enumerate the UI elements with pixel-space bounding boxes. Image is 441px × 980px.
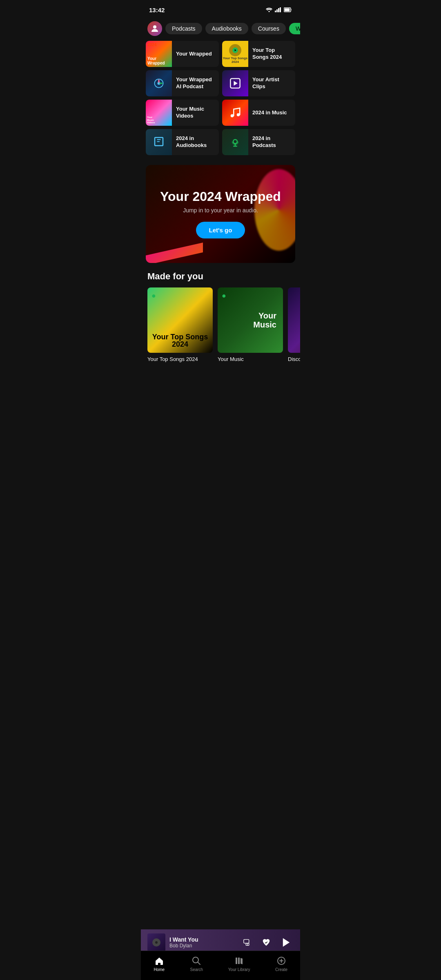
music-playlist-thumb: ● YourMusic xyxy=(218,287,283,353)
play-icon xyxy=(281,937,292,948)
svg-rect-5 xyxy=(285,9,290,11)
grid-item-2024-music[interactable]: 2024 in Music xyxy=(222,100,295,126)
music-videos-thumb: YourMusicVideos xyxy=(146,100,172,126)
playlist-card-third[interactable]: ● Discover Weekly xyxy=(288,287,300,362)
home-icon xyxy=(154,956,164,966)
status-icons xyxy=(266,7,292,12)
nav-create[interactable]: Create xyxy=(269,954,294,973)
svg-rect-2 xyxy=(278,8,279,12)
ai-podcast-thumb xyxy=(146,70,172,96)
svg-marker-23 xyxy=(283,938,290,947)
wifi-icon xyxy=(266,7,272,12)
svg-rect-26 xyxy=(236,958,237,964)
top-songs-thumb: Your Top Songs 2024 xyxy=(222,41,248,67)
status-time: 13:42 xyxy=(149,7,165,13)
tab-audiobooks[interactable]: Audiobooks xyxy=(205,23,248,34)
ai-podcast-icon xyxy=(153,78,165,89)
top-songs-playlist-name: Your Top Songs 2024 xyxy=(147,356,213,362)
svg-rect-20 xyxy=(244,940,249,943)
your-wrapped-label: Your Wrapped xyxy=(176,51,216,58)
library-icon xyxy=(234,956,244,966)
svg-point-13 xyxy=(231,114,234,118)
svg-line-25 xyxy=(198,962,200,965)
library-label: Your Library xyxy=(228,967,250,972)
search-label: Search xyxy=(190,967,203,972)
like-button[interactable] xyxy=(260,936,272,949)
third-playlist-name: Discover Weekly xyxy=(288,356,300,362)
audiobooks-label: 2024 in Audiobooks xyxy=(176,135,216,149)
tab-wrapped[interactable]: Wrapped xyxy=(289,23,300,34)
top-songs-label: Your Top Songs 2024 xyxy=(252,47,292,61)
third-playlist-thumb: ● xyxy=(288,287,300,353)
heart-check-icon xyxy=(262,938,271,947)
podcast-icon xyxy=(229,136,241,148)
devices-icon xyxy=(243,938,252,947)
signal-icon xyxy=(275,7,281,12)
music-note-icon xyxy=(229,107,241,119)
grid-item-music-videos[interactable]: YourMusicVideos Your Music Videos xyxy=(146,100,219,126)
audiobooks-thumb xyxy=(146,129,172,155)
made-for-you-title: Made for you xyxy=(141,271,300,287)
top-songs-playlist-thumb: ● Your Top Songs 2024 xyxy=(147,287,213,353)
create-icon xyxy=(276,956,286,966)
grid-item-artist-clips[interactable]: Your Artist Clips xyxy=(222,70,295,96)
search-icon xyxy=(192,956,201,966)
create-label: Create xyxy=(275,967,287,972)
svg-point-19 xyxy=(155,941,158,944)
now-playing-thumb xyxy=(147,933,165,951)
made-for-you-scroll: ● Your Top Songs 2024 Your Top Songs 202… xyxy=(141,287,300,369)
book-icon xyxy=(153,136,165,148)
status-bar: 13:42 xyxy=(141,0,300,18)
artist-clips-thumb xyxy=(222,70,248,96)
nav-library[interactable]: Your Library xyxy=(222,954,257,973)
album-art-icon xyxy=(151,938,161,947)
user-avatar-tab[interactable] xyxy=(147,21,162,36)
now-playing-artist: Bob Dylan xyxy=(169,943,237,949)
hero-banner: Your 2024 Wrapped Jump in to your year i… xyxy=(146,165,295,263)
svg-rect-27 xyxy=(238,958,240,964)
music-playlist-name: Your Music xyxy=(218,356,283,362)
artist-clips-label: Your Artist Clips xyxy=(252,76,292,90)
podcasts-2024-thumb xyxy=(222,129,248,155)
grid-item-audiobooks[interactable]: 2024 in Audiobooks xyxy=(146,129,219,155)
filter-tabs: Podcasts Audiobooks Courses Wrapped xyxy=(141,18,300,41)
hero-title: Your 2024 Wrapped xyxy=(160,189,281,204)
svg-rect-3 xyxy=(280,7,281,12)
svg-point-6 xyxy=(153,25,156,29)
bottom-nav: Home Search Your Library C xyxy=(141,951,300,980)
play-button[interactable] xyxy=(279,935,294,950)
hero-cta-button[interactable]: Let's go xyxy=(196,222,245,238)
2024-music-label: 2024 in Music xyxy=(252,109,292,116)
grid-item-ai-podcast[interactable]: Your Wrapped AI Podcast xyxy=(146,70,219,96)
nav-home[interactable]: Home xyxy=(147,954,172,973)
grid-item-top-songs[interactable]: Your Top Songs 2024 Your Top Songs 2024 xyxy=(222,41,295,67)
podcasts-2024-label: 2024 in Podcasts xyxy=(252,135,292,149)
now-playing-title: I Want You xyxy=(169,936,237,943)
playlist-card-top-songs[interactable]: ● Your Top Songs 2024 Your Top Songs 202… xyxy=(147,287,213,362)
svg-rect-1 xyxy=(276,9,278,12)
your-wrapped-thumb: 2024 YourWrapped xyxy=(146,41,172,67)
now-playing-info: I Want You Bob Dylan xyxy=(169,936,237,949)
ai-podcast-label: Your Wrapped AI Podcast xyxy=(176,76,216,90)
play-square-icon xyxy=(229,78,241,89)
playlist-card-music[interactable]: ● YourMusic Your Music xyxy=(218,287,283,362)
hero-decoration xyxy=(146,165,295,263)
connect-device-button[interactable] xyxy=(241,936,254,949)
svg-point-14 xyxy=(237,113,240,116)
tab-podcasts[interactable]: Podcasts xyxy=(165,23,202,34)
home-label: Home xyxy=(154,967,165,972)
grid-item-your-wrapped[interactable]: 2024 YourWrapped Your Wrapped xyxy=(146,41,219,67)
tab-courses[interactable]: Courses xyxy=(252,23,286,34)
hero-subtitle: Jump in to your year in audio. xyxy=(183,207,258,214)
hero-arrow-decoration xyxy=(146,243,203,263)
user-avatar-icon xyxy=(150,24,160,33)
grid-item-podcasts-2024[interactable]: 2024 in Podcasts xyxy=(222,129,295,155)
2024-music-thumb xyxy=(222,100,248,126)
nav-search[interactable]: Search xyxy=(184,954,210,973)
now-playing-controls xyxy=(241,935,294,950)
hero-spiral-decoration xyxy=(254,169,295,251)
svg-marker-12 xyxy=(234,81,238,86)
music-videos-label: Your Music Videos xyxy=(176,106,216,120)
battery-icon xyxy=(284,7,292,12)
wrapped-grid: 2024 YourWrapped Your Wrapped Your Top S… xyxy=(141,41,300,162)
